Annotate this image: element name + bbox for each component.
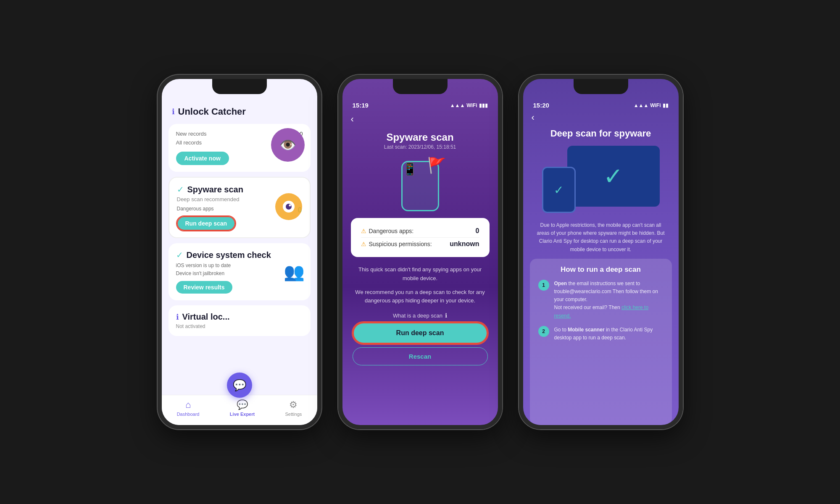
unlock-card: New records 0 All records 0 Activate now…	[169, 124, 311, 172]
eye-icon: 👁️	[271, 128, 305, 162]
svg-point-2	[286, 204, 292, 210]
status-icons-3: ▲▲▲ WiFi ▮▮	[634, 102, 669, 108]
device-title-row: ✓ Device system check	[176, 250, 303, 260]
step-2-go-label: Go to	[554, 327, 568, 333]
status-icons: ▲▲▲ WiFi ▮▮▮	[450, 102, 488, 108]
step-1-number: 1	[538, 280, 549, 291]
back-button[interactable]: ‹	[351, 112, 354, 126]
live-expert-fab[interactable]: 💬	[227, 373, 252, 398]
step-1: 1 Open the email instructions we sent to…	[538, 280, 664, 320]
suspicious-permissions-stat: ⚠ Suspicious permissions: unknown	[361, 237, 479, 250]
step-1-email-text: the email instructions we sent to troubl…	[554, 281, 658, 302]
dashboard-icon: ⌂	[185, 399, 191, 410]
live-expert-icon: 💬	[237, 399, 248, 410]
what-deep-scan-row: What is a deep scan ℹ	[393, 312, 447, 319]
spyware-illustration	[274, 192, 304, 222]
run-deep-scan-button[interactable]: Run deep scan	[177, 216, 236, 231]
settings-icon: ⚙	[289, 399, 298, 410]
run-deep-scan-button[interactable]: Run deep scan	[353, 322, 488, 344]
all-records-label: All records	[176, 139, 202, 146]
time-display: 15:19	[353, 102, 369, 109]
back-button-3[interactable]: ‹	[532, 112, 535, 123]
phone3-header: Deep scan for spyware	[523, 128, 679, 139]
deep-scan-desc: Due to Apple restrictions, the mobile ap…	[523, 220, 679, 259]
suspicious-value: unknown	[450, 240, 479, 248]
mobile-check-icon: ✓	[554, 183, 564, 197]
device-card: ✓ Device system check iOS version is up …	[169, 243, 311, 300]
how-to-card: How to run a deep scan 1 Open the email …	[530, 259, 672, 425]
virtual-location-card: ℹ Virtual loc... Not activated	[169, 305, 311, 336]
deep-scan-title: Deep scan for spyware	[540, 128, 662, 139]
mobile-graphic: ✓	[542, 167, 576, 213]
battery-icon-3: ▮▮	[663, 102, 669, 108]
step-2: 2 Go to Mobile scanner in the Clario Ant…	[538, 326, 664, 342]
live-expert-label: Live Expert	[230, 412, 255, 417]
phone1-header: ℹ Unlock Catcher	[162, 102, 317, 124]
what-deep-label: What is a deep scan	[393, 312, 442, 319]
virtloc-status: Not activated	[176, 323, 303, 329]
suspicious-label: ⚠ Suspicious permissions:	[361, 241, 432, 247]
activate-now-button[interactable]: Activate now	[176, 152, 229, 165]
device-title: Device system check	[187, 250, 271, 260]
device-illustration: ✓ ✓	[542, 146, 660, 213]
spyware-card: ✓ Spyware scan Deep scan recommended Dan…	[169, 177, 311, 238]
chat-icon: 💬	[233, 379, 246, 392]
last-scan-time: Last scan: 2023/12/06, 15:18:51	[384, 144, 456, 150]
signal-icon: ▲▲▲	[450, 102, 465, 108]
spyware-title: Spyware scan	[187, 185, 243, 194]
rescan-button[interactable]: Rescan	[353, 347, 488, 365]
flag-person-graphic: 🚩	[427, 157, 446, 174]
scan-desc-2: We recommend you run a deep scan to chec…	[342, 288, 498, 311]
nav-settings[interactable]: ⚙ Settings	[285, 399, 302, 417]
mobile-scanner-label: Mobile scanner	[568, 327, 604, 333]
settings-label: Settings	[285, 412, 302, 417]
signal-icon-3: ▲▲▲	[634, 102, 649, 108]
nav-row-3: ‹	[523, 110, 679, 125]
people-illustration: 👥	[284, 262, 305, 282]
wifi-icon: WiFi	[466, 102, 477, 108]
scan-desc-1: This quick scan didn't find any spying a…	[342, 260, 498, 288]
time-display-3: 15:20	[533, 102, 549, 109]
eye-deco	[274, 192, 304, 223]
info-icon-virtloc: ℹ	[176, 312, 179, 322]
warn-icon-1: ⚠	[361, 228, 366, 234]
battery-icon: ▮▮▮	[479, 102, 488, 108]
status-bar-3: 15:20 ▲▲▲ WiFi ▮▮	[523, 100, 679, 110]
step-1-sub-text: Not received our email? Then	[554, 304, 622, 310]
bottom-navigation: ⌂ Dashboard 💬 Live Expert ⚙ Settings	[162, 395, 317, 425]
screen-title: Spyware scan	[384, 131, 456, 143]
step-2-text: Go to Mobile scanner in the Clario Anti …	[554, 326, 664, 342]
virtloc-title: Virtual loc...	[182, 312, 230, 322]
desktop-check-icon: ✓	[603, 163, 623, 190]
scan-graphic: 📱	[403, 163, 417, 176]
check-icon: ✓	[177, 184, 184, 194]
phone-2: 15:19 ▲▲▲ WiFi ▮▮▮ ‹ Spyware scan Last s…	[338, 75, 502, 429]
phone2-content: 15:19 ▲▲▲ WiFi ▮▮▮ ‹ Spyware scan Last s…	[342, 79, 498, 425]
phone-illustration: 📱 🚩	[387, 157, 454, 211]
phone-3: 15:20 ▲▲▲ WiFi ▮▮ ‹ Deep scan for spywar…	[519, 75, 683, 429]
how-to-title: How to run a deep scan	[538, 265, 664, 274]
info-icon-deep: ℹ	[445, 312, 447, 319]
nav-live-expert[interactable]: 💬 Live Expert	[230, 399, 255, 417]
dangerous-label: Dangerous apps	[177, 206, 214, 215]
dangerous-count: 0	[476, 227, 479, 235]
people-icon: 👥	[284, 262, 305, 281]
wifi-icon-3: WiFi	[650, 102, 661, 108]
step-1-text: Open the email instructions we sent to t…	[554, 280, 664, 320]
svg-point-3	[289, 205, 291, 207]
step-1-open-label: Open	[554, 281, 567, 286]
step-2-number: 2	[538, 326, 549, 337]
nav-row: ‹	[342, 110, 498, 128]
phone3-content: 15:20 ▲▲▲ WiFi ▮▮ ‹ Deep scan for spywar…	[523, 79, 679, 425]
review-results-button[interactable]: Review results	[176, 281, 232, 294]
dangerous-label: ⚠ Dangerous apps:	[361, 228, 414, 234]
status-bar: 15:19 ▲▲▲ WiFi ▮▮▮	[342, 100, 498, 110]
desktop-graphic: ✓	[567, 146, 660, 207]
virtloc-title-row: ℹ Virtual loc...	[176, 312, 303, 322]
phone-1: ℹ Unlock Catcher New records 0 All recor…	[158, 75, 321, 429]
warn-icon-2: ⚠	[361, 241, 366, 247]
check-icon-device: ✓	[176, 250, 183, 260]
info-icon: ℹ	[172, 107, 175, 116]
eye-illustration: 👁️	[271, 128, 305, 162]
nav-dashboard[interactable]: ⌂ Dashboard	[177, 399, 200, 417]
